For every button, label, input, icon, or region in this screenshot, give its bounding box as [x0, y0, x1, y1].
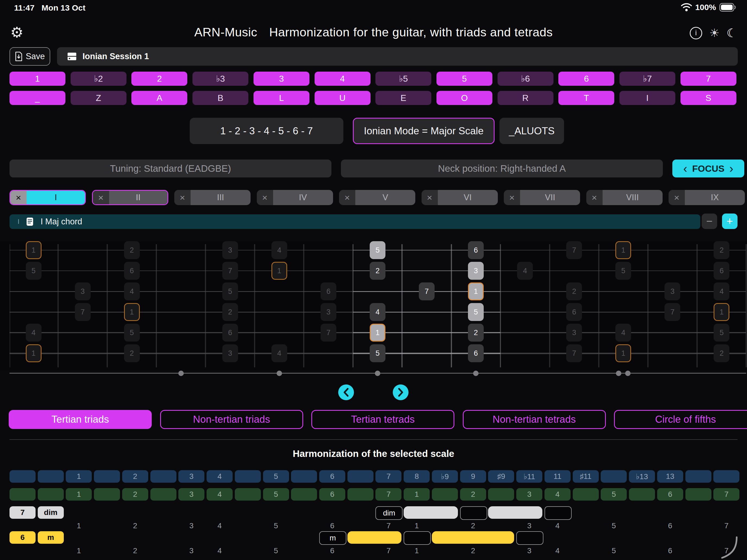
note-chip-degree-1[interactable]: 1 — [26, 344, 42, 362]
degree-button-6[interactable]: 6 — [558, 72, 614, 86]
focus-right-arrow-button[interactable] — [393, 384, 409, 400]
note-chip-degree-2[interactable]: 2 — [124, 344, 140, 362]
note-chip-degree-2[interactable]: 2 — [124, 241, 140, 259]
letter-button-A[interactable]: A — [131, 91, 187, 105]
note-chip-degree-6[interactable]: 6 — [468, 344, 484, 362]
degree-button-♭5[interactable]: ♭5 — [376, 72, 431, 86]
note-chip-degree-6[interactable]: 6 — [714, 262, 729, 280]
section-chip-III[interactable]: ×III — [174, 190, 251, 205]
note-chip-degree-5[interactable]: 5 — [222, 283, 238, 300]
focus-button[interactable]: ‹ FOCUS › — [672, 160, 744, 178]
note-chip-degree-4[interactable]: 4 — [615, 324, 631, 342]
note-chip-degree-1[interactable]: 1 — [468, 283, 484, 300]
letter-button-O[interactable]: O — [436, 91, 492, 105]
section-chip-IV[interactable]: ×IV — [257, 190, 333, 205]
note-chip-degree-1[interactable]: 1 — [26, 241, 42, 259]
chord-bar[interactable]: I I Maj chord — [9, 214, 700, 229]
note-chip-degree-7[interactable]: 7 — [75, 303, 91, 321]
section-chip-V[interactable]: ×V — [339, 190, 415, 205]
note-chip-degree-2[interactable]: 2 — [222, 303, 238, 321]
note-chip-degree-6[interactable]: 6 — [320, 283, 336, 300]
note-chip-degree-6[interactable]: 6 — [468, 241, 484, 259]
note-chip-degree-3[interactable]: 3 — [468, 262, 484, 280]
note-chip-degree-4[interactable]: 4 — [714, 283, 729, 300]
note-chip-degree-5[interactable]: 5 — [124, 324, 140, 342]
note-chip-degree-1[interactable]: 1 — [124, 303, 140, 321]
letter-button-U[interactable]: U — [315, 91, 370, 105]
save-button[interactable]: Save — [9, 47, 50, 66]
section-chip-I[interactable]: ×I — [9, 190, 86, 205]
note-chip-degree-7[interactable]: 7 — [419, 283, 435, 300]
letter-button-_[interactable]: _ — [9, 91, 66, 105]
note-chip-degree-5[interactable]: 5 — [468, 303, 484, 321]
letter-button-L[interactable]: L — [254, 91, 309, 105]
letter-button-S[interactable]: S — [680, 91, 737, 105]
info-icon[interactable]: i — [690, 27, 702, 39]
close-icon[interactable]: × — [421, 190, 438, 205]
degree-button-5[interactable]: 5 — [436, 72, 492, 86]
degree-button-2[interactable]: 2 — [131, 72, 187, 86]
note-chip-degree-3[interactable]: 3 — [320, 303, 336, 321]
note-chip-degree-7[interactable]: 7 — [566, 241, 582, 259]
note-chip-degree-2[interactable]: 2 — [370, 262, 385, 280]
anagram-button[interactable]: _ALUOTS — [499, 118, 564, 144]
note-chip-degree-3[interactable]: 3 — [665, 283, 680, 300]
tuning-button[interactable]: Tuning: Standard (EADGBE) — [9, 160, 331, 178]
close-icon[interactable]: × — [669, 190, 685, 205]
note-chip-degree-7[interactable]: 7 — [566, 344, 582, 362]
add-chord-button[interactable]: + — [722, 214, 738, 229]
note-chip-degree-5[interactable]: 5 — [370, 241, 385, 259]
note-chip-degree-1[interactable]: 1 — [615, 241, 631, 259]
note-chip-degree-6[interactable]: 6 — [222, 324, 238, 342]
section-chip-VII[interactable]: ×VII — [504, 190, 580, 205]
note-chip-degree-1[interactable]: 1 — [714, 303, 729, 321]
close-icon[interactable]: × — [339, 190, 355, 205]
scale-formula-button[interactable]: 1 - 2 - 3 - 4 - 5 - 6 - 7 — [190, 118, 343, 144]
degree-button-♭6[interactable]: ♭6 — [497, 72, 553, 86]
tab-circle-of-fifths[interactable]: Circle of fifths — [614, 410, 747, 429]
note-chip-degree-4[interactable]: 4 — [26, 324, 42, 342]
note-chip-degree-6[interactable]: 6 — [124, 262, 140, 280]
close-icon[interactable]: × — [504, 190, 520, 205]
note-chip-degree-4[interactable]: 4 — [517, 262, 533, 280]
close-icon[interactable]: × — [257, 190, 273, 205]
section-chip-VIII[interactable]: ×VIII — [586, 190, 663, 205]
note-chip-degree-2[interactable]: 2 — [566, 283, 582, 300]
letter-button-B[interactable]: B — [192, 91, 248, 105]
note-chip-degree-5[interactable]: 5 — [615, 262, 631, 280]
brightness-icon[interactable]: ☀ — [709, 26, 720, 39]
degree-button-3[interactable]: 3 — [254, 72, 309, 86]
note-chip-degree-2[interactable]: 2 — [714, 241, 729, 259]
tab-non-tertian-triads[interactable]: Non-tertian triads — [160, 410, 303, 429]
note-chip-degree-2[interactable]: 2 — [714, 344, 729, 362]
mode-name-button[interactable]: Ionian Mode = Major Scale — [353, 118, 494, 144]
dark-mode-icon[interactable]: ☾ — [727, 26, 737, 40]
close-icon[interactable]: × — [174, 190, 190, 205]
letter-button-Z[interactable]: Z — [71, 91, 127, 105]
note-chip-degree-5[interactable]: 5 — [370, 344, 385, 362]
section-chip-IX[interactable]: ×IX — [669, 190, 745, 205]
degree-button-7[interactable]: 7 — [680, 72, 737, 86]
degree-button-4[interactable]: 4 — [315, 72, 370, 86]
degree-button-1[interactable]: 1 — [9, 72, 66, 86]
note-chip-degree-2[interactable]: 2 — [468, 324, 484, 342]
letter-button-T[interactable]: T — [558, 91, 614, 105]
section-chip-VI[interactable]: ×VI — [421, 190, 498, 205]
note-chip-degree-1[interactable]: 1 — [370, 324, 385, 342]
tab-non-tertian-tetrads[interactable]: Non-tertian tetrads — [463, 410, 606, 429]
remove-chord-button[interactable]: − — [702, 214, 717, 229]
note-chip-degree-3[interactable]: 3 — [222, 241, 238, 259]
note-chip-degree-3[interactable]: 3 — [222, 344, 238, 362]
note-chip-degree-7[interactable]: 7 — [320, 324, 336, 342]
section-chip-II[interactable]: ×II — [92, 190, 168, 205]
note-chip-degree-4[interactable]: 4 — [272, 344, 287, 362]
note-chip-degree-6[interactable]: 6 — [566, 303, 582, 321]
note-chip-degree-5[interactable]: 5 — [714, 324, 729, 342]
neck-position-button[interactable]: Neck position: Right-handed A — [341, 160, 663, 178]
note-chip-degree-1[interactable]: 1 — [615, 344, 631, 362]
letter-button-I[interactable]: I — [619, 91, 675, 105]
note-chip-degree-1[interactable]: 1 — [272, 262, 287, 280]
close-icon[interactable]: × — [93, 191, 109, 204]
focus-left-arrow-button[interactable] — [338, 384, 354, 400]
note-chip-degree-7[interactable]: 7 — [665, 303, 680, 321]
